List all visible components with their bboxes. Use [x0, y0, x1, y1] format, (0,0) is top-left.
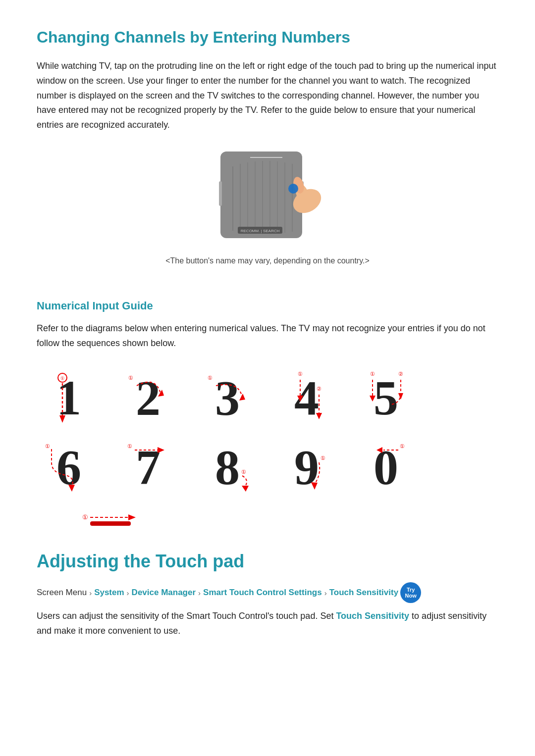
svg-marker-51	[128, 514, 136, 520]
number-4: 4 ① ②	[274, 366, 339, 430]
svg-text:①: ①	[127, 443, 132, 449]
svg-text:RECOMM. | SEARCH: RECOMM. | SEARCH	[241, 229, 280, 233]
svg-text:①: ①	[128, 375, 133, 381]
svg-text:①: ①	[241, 469, 246, 475]
svg-marker-37	[398, 393, 403, 400]
number-7: 7 ①	[116, 435, 180, 500]
try-now-badge[interactable]: TryNow	[400, 582, 421, 603]
numbers-row-1: 1 ① 2 ① 3	[37, 366, 498, 430]
image-caption: <The button's name may vary, depending o…	[165, 254, 370, 267]
svg-point-18	[288, 184, 298, 194]
svg-text:①: ①	[82, 513, 88, 521]
page-title: Changing Channels by Entering Numbers	[37, 25, 498, 50]
number-8: 8 ①	[195, 435, 260, 500]
breadcrumb-system[interactable]: System	[94, 585, 124, 601]
numerical-guide-description: Refer to the diagrams below when enterin…	[37, 321, 498, 351]
touch-sensitivity-link[interactable]: Touch Sensitivity	[336, 611, 409, 621]
touchpad-image-container: RECOMM. | SEARCH <The button's name may …	[37, 147, 498, 279]
numerical-guide-title: Numerical Input Guide	[37, 297, 498, 314]
adjusting-section: Adjusting the Touch pad Screen Menu › Sy…	[37, 547, 498, 639]
svg-text:①: ①	[321, 455, 325, 461]
changing-channels-section: Changing Channels by Entering Numbers Wh…	[37, 25, 498, 279]
svg-marker-26	[239, 394, 245, 401]
svg-rect-11	[219, 181, 222, 206]
numerical-guide-section: Numerical Input Guide Refer to the diagr…	[37, 297, 498, 529]
number-9: 9 ①	[274, 435, 339, 500]
number-1: 1 ①	[37, 366, 101, 430]
touchpad-illustration: RECOMM. | SEARCH	[211, 147, 324, 251]
breadcrumb-sep-1: ›	[89, 586, 92, 600]
adjusting-title: Adjusting the Touch pad	[37, 547, 498, 576]
breadcrumb: Screen Menu › System › Device Manager › …	[37, 582, 498, 603]
numbers-row-2: 6 ① 7 ① 8 ①	[37, 435, 498, 500]
adjusting-body-pre: Users can adjust the sensitivity of the …	[37, 611, 336, 621]
dash-indicator: ①	[76, 509, 498, 529]
number-0: 0 ①	[354, 435, 418, 500]
breadcrumb-smart-touch[interactable]: Smart Touch Control Settings	[203, 585, 322, 601]
intro-paragraph: While watching TV, tap on the protruding…	[37, 59, 498, 132]
svg-text:①: ①	[208, 375, 213, 381]
adjusting-body: Users can adjust the sensitivity of the …	[37, 609, 498, 638]
numbers-grid: 1 ① 2 ① 3	[37, 366, 498, 500]
svg-text:①: ①	[400, 443, 405, 449]
number-5: 5 ① ②	[354, 366, 418, 430]
breadcrumb-sep-2: ›	[127, 586, 129, 600]
number-6: 6 ①	[37, 435, 101, 500]
number-3: 3 ①	[195, 366, 260, 430]
svg-marker-44	[242, 486, 249, 492]
breadcrumb-device-manager[interactable]: Device Manager	[132, 585, 196, 601]
svg-text:①: ①	[45, 443, 50, 449]
svg-text:②: ②	[398, 371, 403, 377]
breadcrumb-screen-menu: Screen Menu	[37, 585, 87, 601]
breadcrumb-sep-3: ›	[198, 586, 201, 600]
svg-rect-52	[90, 521, 131, 526]
breadcrumb-sep-4: ›	[324, 586, 327, 600]
breadcrumb-touch-sensitivity[interactable]: Touch Sensitivity	[329, 585, 399, 601]
number-2: 2 ①	[116, 366, 180, 430]
